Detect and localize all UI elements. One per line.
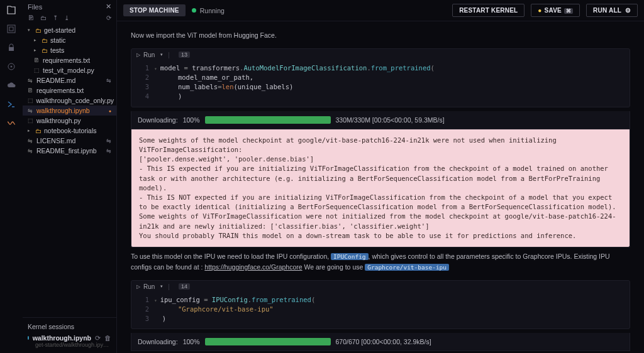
code-cell[interactable]: ▷Run▾ | 14 1▾ ipu_config = IPUConfig.fro…	[131, 280, 630, 330]
files-icon[interactable]	[6, 5, 16, 15]
file-item[interactable]: 🖹requirements.txt	[23, 85, 116, 95]
code-cell[interactable]: ▷Run▾ | 13 1▾ model = transformers.AutoM…	[131, 48, 630, 107]
run-all-button[interactable]: RUN ALL ⚙	[586, 4, 638, 17]
wave-icon[interactable]	[6, 118, 16, 128]
file-item[interactable]: ⇋README_first.ipynb⇋	[23, 146, 116, 156]
view-icon[interactable]	[6, 24, 16, 34]
progress-label: Downloading:	[138, 116, 178, 124]
progress-stats: 670/670 [00:00<00:00, 32.9kB/s]	[336, 338, 431, 345]
save-button[interactable]: ●SAVE⌘	[531, 4, 580, 17]
kernel-status-dot	[28, 336, 29, 340]
markdown-cell[interactable]: Now we import the ViT model from Hugging…	[131, 30, 630, 41]
file-item[interactable]: ⇋README.md⇋	[23, 75, 116, 85]
folder-item[interactable]: ▸🗀static	[23, 35, 116, 45]
activity-bar	[0, 0, 23, 353]
markdown-cell[interactable]: To use this model on the IPU we need to …	[131, 251, 630, 273]
upload-icon[interactable]: ⤒	[53, 14, 58, 21]
run-cell-button[interactable]: ▷Run▾	[136, 283, 163, 290]
run-cell-button[interactable]: ▷Run▾	[136, 52, 163, 58]
code-block[interactable]: 1▾ model = transformers.AutoModelForImag…	[131, 61, 630, 107]
file-item[interactable]: ⬚walkthrough_code_only.py	[23, 95, 116, 106]
delete-kernel-icon[interactable]: 🗑	[104, 334, 111, 342]
file-panel-title: Files	[28, 3, 42, 11]
progress-pct: 100%	[183, 116, 200, 124]
folder-item[interactable]: ▾🗀get-started	[23, 25, 116, 35]
svg-rect-2	[9, 47, 14, 51]
logo-icon[interactable]	[6, 99, 16, 109]
file-item[interactable]: ⬚test_vit_model.py	[23, 65, 116, 75]
folder-item[interactable]: ▸🗀tests	[23, 45, 116, 55]
progress-pct: 100%	[183, 338, 200, 345]
kernel-sessions: Kernel sessions walkthrough.ipynb ⟳ 🗑 ge…	[23, 317, 116, 353]
file-panel: Files ✕ 🖹 🗀 ⤒ ⤓ ⟳ ▾🗀get-started▸🗀static▸…	[23, 0, 117, 353]
warning-output: Some weights of the model checkpoint at …	[131, 129, 630, 247]
download-icon[interactable]: ⤓	[64, 14, 69, 21]
file-toolbar: 🖹 🗀 ⤒ ⤓ ⟳	[23, 13, 116, 25]
exec-count: 13	[179, 52, 190, 58]
restart-kernel-button[interactable]: RESTART KERNEL	[452, 4, 525, 17]
progress-stats: 330M/330M [00:05<00:00, 59.3MB/s]	[336, 116, 445, 124]
kernel-item[interactable]: walkthrough.ipynb ⟳ 🗑	[28, 334, 111, 342]
machine-status: Running	[192, 7, 225, 14]
cloud-icon[interactable]	[6, 80, 16, 90]
new-folder-icon[interactable]: 🗀	[40, 14, 47, 21]
new-file-icon[interactable]: 🖹	[28, 14, 34, 21]
progress-bar	[205, 116, 331, 124]
notebook[interactable]: Now we import the ViT model from Hugging…	[117, 21, 644, 353]
file-item[interactable]: ⇋LICENSE.md⇋	[23, 136, 116, 146]
kernel-path: get-started/walkthrough.ipy…	[28, 342, 111, 348]
main: STOP MACHINE Running RESTART KERNEL ●SAV…	[117, 0, 644, 353]
restart-kernel-icon[interactable]: ⟳	[95, 334, 101, 342]
svg-point-4	[11, 66, 12, 67]
file-item[interactable]: ⇋walkthrough.ipynb	[23, 106, 116, 116]
link[interactable]: https://huggingface.co/Graphcore	[204, 263, 302, 271]
code-block[interactable]: 1▾ ipu_config = IPUConfig.from_pretraine…	[131, 293, 630, 329]
exec-count: 14	[179, 283, 190, 290]
stop-machine-button[interactable]: STOP MACHINE	[123, 4, 186, 16]
progress-bar	[205, 338, 331, 345]
lock-icon[interactable]	[6, 43, 16, 53]
progress-label: Downloading:	[138, 338, 178, 345]
gear-icon[interactable]: ⚙	[625, 7, 631, 14]
chip: IPUConfig	[331, 253, 368, 260]
status-dot-icon	[192, 8, 196, 13]
close-icon[interactable]: ✕	[106, 3, 111, 11]
file-tree: ▾🗀get-started▸🗀static▸🗀tests🖹requirement…	[23, 25, 116, 317]
chip: Graphcore/vit-base-ipu	[365, 264, 449, 271]
svg-rect-0	[8, 25, 15, 33]
target-icon[interactable]	[6, 62, 16, 72]
output-progress: Downloading: 100% 670/670 [00:00<00:00, …	[131, 333, 630, 351]
folder-item[interactable]: ▸🗀notebook-tutorials	[23, 126, 116, 136]
kernel-name: walkthrough.ipynb	[33, 334, 91, 342]
output-progress: Downloading: 100% 330M/330M [00:05<00:00…	[131, 111, 630, 129]
file-item[interactable]: 🖹requirements.txt	[23, 55, 116, 65]
status-text: Running	[200, 7, 225, 14]
file-item[interactable]: ⬚walkthrough.py	[23, 116, 116, 126]
svg-rect-1	[9, 27, 13, 31]
kernel-sessions-title: Kernel sessions	[28, 323, 111, 330]
top-bar: STOP MACHINE Running RESTART KERNEL ●SAV…	[117, 0, 644, 21]
refresh-icon[interactable]: ⟳	[106, 14, 111, 21]
